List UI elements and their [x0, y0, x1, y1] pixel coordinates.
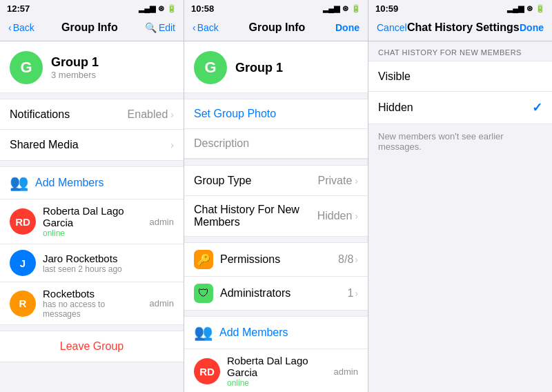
permissions-label: Permissions	[220, 253, 331, 266]
member-info-0: Roberta Dal Lago Garcia online	[43, 205, 143, 238]
group-type-row[interactable]: Group Type Private ›	[184, 166, 368, 196]
panel-group-info-1: 12:57 ▂▄▆ ⊛ 🔋 ‹ Back Group Info 🔍 Edit G…	[0, 0, 184, 392]
chevron-admins: ›	[355, 288, 358, 299]
chat-history-section-header: CHAT HISTORY FOR NEW MEMBERS	[368, 41, 552, 61]
members-section-2: 👥 Add Members RD Roberta Dal Lago Garcia…	[184, 316, 368, 392]
battery-icon-2: 🔋	[351, 4, 361, 13]
group-name-2: Group 1	[235, 61, 283, 75]
done-button-3[interactable]: Done	[520, 22, 544, 33]
hidden-label: Hidden	[378, 101, 413, 114]
members-section-1: 👥 Add Members RD Roberta Dal Lago Garcia…	[0, 166, 184, 325]
panel1-scroll: G Group 1 3 members Notifications Enable…	[0, 41, 184, 392]
panel2-scroll: G Group 1 Set Group Photo Description Gr…	[184, 41, 368, 392]
avatar-1: G	[10, 51, 43, 84]
chevron-icon: ›	[170, 109, 174, 120]
avatar-2: G	[194, 51, 227, 84]
group-type-value: Private ›	[318, 175, 358, 187]
signal-icon-3: ▂▄▆	[507, 4, 524, 13]
chevron-history: ›	[355, 210, 358, 222]
nav-title-3: Chat History Settings	[407, 21, 520, 34]
visible-label: Visible	[378, 70, 411, 83]
member-status-2: has no access to messages	[43, 300, 143, 319]
add-members-button-2[interactable]: 👥 Add Members	[184, 317, 368, 349]
panel-chat-history: 10:59 ▂▄▆ ⊛ 🔋 Cancel Chat History Settin…	[368, 0, 552, 392]
type-section: Group Type Private › Chat History For Ne…	[184, 165, 368, 237]
group-header-1: G Group 1 3 members	[0, 41, 184, 93]
add-members-button-1[interactable]: 👥 Add Members	[0, 167, 184, 199]
edit-button-1[interactable]: 🔍 Edit	[145, 22, 175, 33]
status-bar-3: 10:59 ▂▄▆ ⊛ 🔋	[368, 0, 552, 15]
member-role-2: admin	[150, 298, 174, 308]
back-button-2[interactable]: ‹ Back	[193, 22, 219, 33]
chat-history-label: Chat History For New Members	[194, 204, 317, 228]
chevron-type: ›	[355, 175, 358, 186]
add-person-icon-1: 👥	[10, 174, 28, 192]
chevron-icon-2: ›	[170, 139, 174, 150]
done-button-2[interactable]: Done	[335, 22, 359, 33]
leave-group-label: Leave Group	[60, 340, 124, 353]
description-placeholder[interactable]: Description	[184, 129, 368, 159]
leave-group-button[interactable]: Leave Group	[0, 331, 184, 362]
status-bar-2: 10:58 ▂▄▆ ⊛ 🔋	[184, 0, 368, 15]
battery-icon: 🔋	[167, 4, 177, 13]
nav-title-2: Group Info	[249, 21, 306, 34]
nav-bar-1: ‹ Back Group Info 🔍 Edit	[0, 15, 184, 41]
chevron-left-icon-2: ‹	[193, 22, 196, 33]
member-status-0: online	[43, 228, 143, 238]
nav-bar-2: ‹ Back Group Info Done	[184, 15, 368, 41]
choices-section: Visible Hidden ✓	[368, 61, 552, 124]
member-avatar-2: R	[10, 291, 36, 317]
member-name-2: Rocketbots	[43, 288, 143, 300]
group-type-label: Group Type	[194, 175, 251, 187]
status-time-1: 12:57	[7, 3, 30, 14]
status-bar-1: 12:57 ▂▄▆ ⊛ 🔋	[0, 0, 184, 15]
permissions-icon: 🔑	[194, 250, 213, 269]
footer-note: New members won't see earlier messages.	[368, 124, 552, 159]
chat-history-row[interactable]: Chat History For New Members Hidden ›	[184, 196, 368, 236]
search-icon-1: 🔍	[145, 22, 157, 33]
battery-icon-3: 🔋	[535, 4, 545, 13]
notifications-value: Enabled ›	[128, 108, 174, 121]
cancel-button[interactable]: Cancel	[377, 22, 407, 33]
photo-section: Set Group Photo Description	[184, 99, 368, 159]
add-members-label-2: Add Members	[219, 326, 288, 339]
set-photo-button[interactable]: Set Group Photo	[184, 99, 368, 129]
status-time-3: 10:59	[375, 3, 398, 14]
panel-group-info-2: 10:58 ▂▄▆ ⊛ 🔋 ‹ Back Group Info Done G G…	[184, 0, 368, 392]
signal-icon: ▂▄▆	[139, 4, 155, 13]
chevron-perms: ›	[355, 254, 358, 265]
p2-member-role-0: admin	[334, 366, 358, 377]
notifications-label: Notifications	[10, 108, 70, 121]
wifi-icon: ⊛	[158, 4, 164, 13]
admins-row[interactable]: 🛡 Administrators 1 ›	[184, 277, 368, 310]
status-icons-1: ▂▄▆ ⊛ 🔋	[139, 4, 177, 13]
member-info-2: Rocketbots has no access to messages	[43, 288, 143, 319]
member-row-1[interactable]: J Jaro Rocketbots last seen 2 hours ago	[0, 244, 184, 282]
settings-section-1: Notifications Enabled › Shared Media ›	[0, 99, 184, 161]
perms-section: 🔑 Permissions 8/8 › 🛡 Administrators 1 ›	[184, 242, 368, 311]
add-members-label-1: Add Members	[35, 177, 104, 189]
member-avatar-1: J	[10, 250, 36, 276]
hidden-choice[interactable]: Hidden ✓	[368, 92, 552, 124]
notifications-row[interactable]: Notifications Enabled ›	[0, 99, 184, 130]
p2-member-row-0[interactable]: RD Roberta Dal Lago Garcia online admin	[184, 349, 368, 392]
signal-icon-2: ▂▄▆	[323, 4, 339, 13]
visible-choice[interactable]: Visible	[368, 61, 552, 92]
p2-member-status-0: online	[227, 378, 327, 388]
status-icons-3: ▂▄▆ ⊛ 🔋	[507, 4, 545, 13]
permissions-value: 8/8 ›	[338, 253, 358, 266]
member-row-2[interactable]: R Rocketbots has no access to messages a…	[0, 282, 184, 324]
permissions-row[interactable]: 🔑 Permissions 8/8 ›	[184, 243, 368, 277]
member-row-0[interactable]: RD Roberta Dal Lago Garcia online admin	[0, 199, 184, 244]
member-info-1: Jaro Rocketbots last seen 2 hours ago	[43, 253, 167, 274]
member-role-0: admin	[150, 217, 174, 227]
member-name-0: Roberta Dal Lago Garcia	[43, 205, 143, 228]
status-time-2: 10:58	[191, 3, 214, 14]
chat-history-value: Hidden ›	[317, 210, 358, 222]
back-button-1[interactable]: ‹ Back	[8, 22, 34, 33]
action-section-1: Leave Group	[0, 331, 184, 362]
member-avatar-0: RD	[10, 208, 36, 235]
member-status-1: last seen 2 hours ago	[43, 264, 167, 274]
group-header-2: G Group 1	[184, 41, 368, 93]
shared-media-row[interactable]: Shared Media ›	[0, 130, 184, 160]
